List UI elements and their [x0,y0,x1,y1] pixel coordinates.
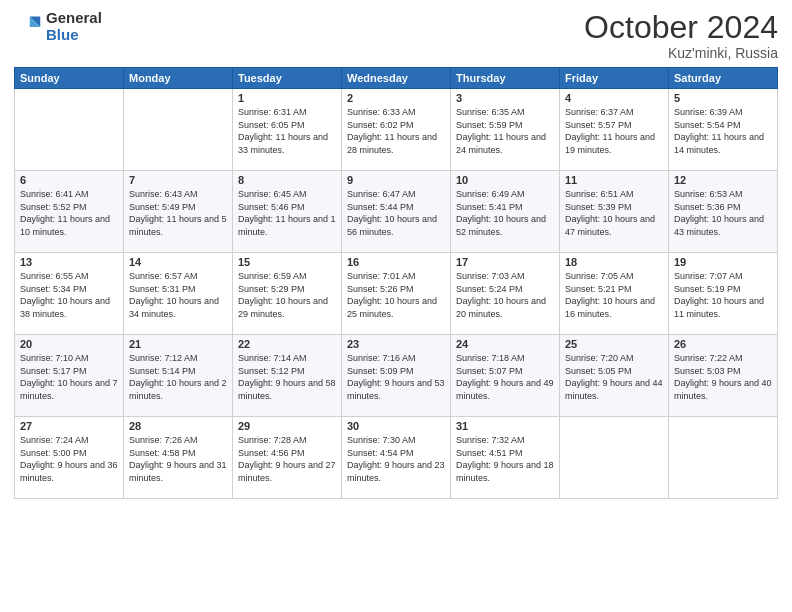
sunset-text: Sunset: 5:34 PM [20,283,118,296]
daylight-text: Daylight: 10 hours and 47 minutes. [565,213,663,238]
daylight-text: Daylight: 10 hours and 2 minutes. [129,377,227,402]
day-number: 27 [20,420,118,432]
day-info: Sunrise: 6:45 AMSunset: 5:46 PMDaylight:… [238,188,336,238]
daylight-text: Daylight: 10 hours and 25 minutes. [347,295,445,320]
day-number: 30 [347,420,445,432]
day-info: Sunrise: 7:24 AMSunset: 5:00 PMDaylight:… [20,434,118,484]
day-info: Sunrise: 6:39 AMSunset: 5:54 PMDaylight:… [674,106,772,156]
day-number: 19 [674,256,772,268]
day-number: 24 [456,338,554,350]
sunrise-text: Sunrise: 7:10 AM [20,352,118,365]
sunrise-text: Sunrise: 7:16 AM [347,352,445,365]
header-tuesday: Tuesday [233,68,342,89]
day-info: Sunrise: 7:22 AMSunset: 5:03 PMDaylight:… [674,352,772,402]
sunrise-text: Sunrise: 7:07 AM [674,270,772,283]
day-number: 15 [238,256,336,268]
sunrise-text: Sunrise: 7:28 AM [238,434,336,447]
day-number: 18 [565,256,663,268]
daylight-text: Daylight: 11 hours and 19 minutes. [565,131,663,156]
table-row: 7Sunrise: 6:43 AMSunset: 5:49 PMDaylight… [124,171,233,253]
table-row: 11Sunrise: 6:51 AMSunset: 5:39 PMDayligh… [560,171,669,253]
table-row: 18Sunrise: 7:05 AMSunset: 5:21 PMDayligh… [560,253,669,335]
day-info: Sunrise: 6:57 AMSunset: 5:31 PMDaylight:… [129,270,227,320]
table-row: 28Sunrise: 7:26 AMSunset: 4:58 PMDayligh… [124,417,233,499]
sunrise-text: Sunrise: 7:14 AM [238,352,336,365]
sunrise-text: Sunrise: 7:24 AM [20,434,118,447]
sunset-text: Sunset: 4:54 PM [347,447,445,460]
table-row: 19Sunrise: 7:07 AMSunset: 5:19 PMDayligh… [669,253,778,335]
table-row: 31Sunrise: 7:32 AMSunset: 4:51 PMDayligh… [451,417,560,499]
sunset-text: Sunset: 5:00 PM [20,447,118,460]
sunset-text: Sunset: 5:14 PM [129,365,227,378]
header-monday: Monday [124,68,233,89]
title-location: Kuz'minki, Russia [584,45,778,61]
table-row: 20Sunrise: 7:10 AMSunset: 5:17 PMDayligh… [15,335,124,417]
day-number: 2 [347,92,445,104]
daylight-text: Daylight: 9 hours and 27 minutes. [238,459,336,484]
logo-text: General Blue [46,10,102,43]
sunset-text: Sunset: 5:29 PM [238,283,336,296]
daylight-text: Daylight: 11 hours and 28 minutes. [347,131,445,156]
day-info: Sunrise: 6:51 AMSunset: 5:39 PMDaylight:… [565,188,663,238]
day-info: Sunrise: 6:55 AMSunset: 5:34 PMDaylight:… [20,270,118,320]
daylight-text: Daylight: 9 hours and 31 minutes. [129,459,227,484]
sunrise-text: Sunrise: 6:49 AM [456,188,554,201]
day-info: Sunrise: 7:03 AMSunset: 5:24 PMDaylight:… [456,270,554,320]
day-info: Sunrise: 7:26 AMSunset: 4:58 PMDaylight:… [129,434,227,484]
table-row: 24Sunrise: 7:18 AMSunset: 5:07 PMDayligh… [451,335,560,417]
sunrise-text: Sunrise: 6:33 AM [347,106,445,119]
table-row: 22Sunrise: 7:14 AMSunset: 5:12 PMDayligh… [233,335,342,417]
daylight-text: Daylight: 10 hours and 38 minutes. [20,295,118,320]
table-row [124,89,233,171]
table-row: 30Sunrise: 7:30 AMSunset: 4:54 PMDayligh… [342,417,451,499]
daylight-text: Daylight: 10 hours and 7 minutes. [20,377,118,402]
day-info: Sunrise: 6:35 AMSunset: 5:59 PMDaylight:… [456,106,554,156]
daylight-text: Daylight: 10 hours and 43 minutes. [674,213,772,238]
sunset-text: Sunset: 5:03 PM [674,365,772,378]
daylight-text: Daylight: 10 hours and 20 minutes. [456,295,554,320]
day-number: 22 [238,338,336,350]
sunset-text: Sunset: 5:26 PM [347,283,445,296]
daylight-text: Daylight: 9 hours and 49 minutes. [456,377,554,402]
table-row: 4Sunrise: 6:37 AMSunset: 5:57 PMDaylight… [560,89,669,171]
sunset-text: Sunset: 5:49 PM [129,201,227,214]
table-row: 29Sunrise: 7:28 AMSunset: 4:56 PMDayligh… [233,417,342,499]
day-info: Sunrise: 7:16 AMSunset: 5:09 PMDaylight:… [347,352,445,402]
sunrise-text: Sunrise: 6:45 AM [238,188,336,201]
day-info: Sunrise: 6:59 AMSunset: 5:29 PMDaylight:… [238,270,336,320]
sunset-text: Sunset: 5:54 PM [674,119,772,132]
sunrise-text: Sunrise: 7:22 AM [674,352,772,365]
sunrise-text: Sunrise: 6:35 AM [456,106,554,119]
logo-blue: Blue [46,27,102,44]
daylight-text: Daylight: 11 hours and 14 minutes. [674,131,772,156]
sunrise-text: Sunrise: 6:47 AM [347,188,445,201]
header-saturday: Saturday [669,68,778,89]
day-number: 1 [238,92,336,104]
daylight-text: Daylight: 11 hours and 24 minutes. [456,131,554,156]
day-number: 9 [347,174,445,186]
day-info: Sunrise: 6:47 AMSunset: 5:44 PMDaylight:… [347,188,445,238]
sunset-text: Sunset: 5:12 PM [238,365,336,378]
sunset-text: Sunset: 5:44 PM [347,201,445,214]
sunrise-text: Sunrise: 6:53 AM [674,188,772,201]
day-number: 16 [347,256,445,268]
day-number: 25 [565,338,663,350]
table-row: 5Sunrise: 6:39 AMSunset: 5:54 PMDaylight… [669,89,778,171]
sunrise-text: Sunrise: 7:20 AM [565,352,663,365]
sunset-text: Sunset: 5:24 PM [456,283,554,296]
day-number: 10 [456,174,554,186]
day-number: 20 [20,338,118,350]
day-number: 6 [20,174,118,186]
header-thursday: Thursday [451,68,560,89]
sunrise-text: Sunrise: 6:51 AM [565,188,663,201]
table-row: 9Sunrise: 6:47 AMSunset: 5:44 PMDaylight… [342,171,451,253]
day-info: Sunrise: 7:32 AMSunset: 4:51 PMDaylight:… [456,434,554,484]
header-friday: Friday [560,68,669,89]
sunset-text: Sunset: 5:05 PM [565,365,663,378]
day-number: 28 [129,420,227,432]
sunrise-text: Sunrise: 7:18 AM [456,352,554,365]
sunrise-text: Sunrise: 7:05 AM [565,270,663,283]
day-info: Sunrise: 6:53 AMSunset: 5:36 PMDaylight:… [674,188,772,238]
sunset-text: Sunset: 5:17 PM [20,365,118,378]
table-row: 25Sunrise: 7:20 AMSunset: 5:05 PMDayligh… [560,335,669,417]
